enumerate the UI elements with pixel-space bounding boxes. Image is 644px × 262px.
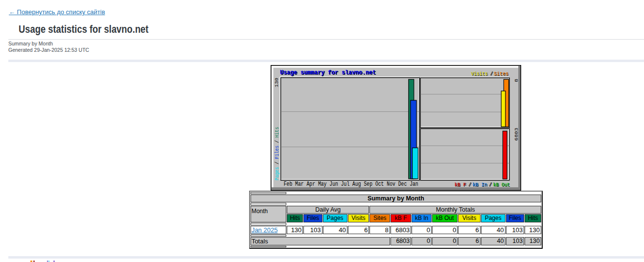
svg-text:kB F: kB F	[455, 181, 466, 187]
svg-text:8: 8	[514, 78, 519, 82]
svg-text:Pages: Pages	[275, 167, 280, 180]
svg-text:/: /	[490, 70, 493, 76]
svg-text:Hits: Hits	[275, 127, 280, 137]
svg-text:Sites: Sites	[494, 70, 508, 76]
svg-text:6803: 6803	[514, 128, 519, 141]
svg-text:/: /	[275, 140, 280, 143]
svg-text:Feb Mar Apr May Jun Jul Aug Se: Feb Mar Apr May Jun Jul Aug Sep Oct Nov …	[284, 181, 418, 188]
svg-text:kB In: kB In	[472, 181, 487, 187]
svg-text:130: 130	[274, 77, 279, 87]
svg-text:/: /	[468, 181, 471, 187]
svg-text:/: /	[275, 161, 280, 164]
svg-text:Usage summary for slavno.net: Usage summary for slavno.net	[280, 69, 376, 76]
svg-text:/: /	[489, 181, 492, 187]
svg-text:kB Out: kB Out	[493, 181, 510, 187]
svg-text:Files: Files	[275, 145, 280, 158]
svg-text:Visits: Visits	[471, 70, 488, 76]
